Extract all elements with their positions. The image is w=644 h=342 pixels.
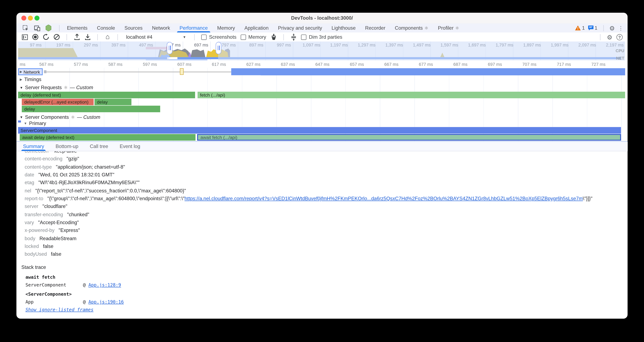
overview-left-handle[interactable] <box>167 42 172 54</box>
details-tab[interactable]: Call tree <box>90 142 108 151</box>
checkbox-box <box>201 34 207 40</box>
inspect-element-icon[interactable] <box>22 25 29 31</box>
panel-settings-gear-icon[interactable]: ⚙ <box>607 34 612 40</box>
memory-checkbox[interactable]: Memory <box>240 34 266 40</box>
devtools-tab[interactable]: Lighthouse⚛ <box>332 24 356 33</box>
devtools-tab[interactable]: Profiler⚛ <box>438 24 459 33</box>
details-tab[interactable]: Event log <box>120 142 140 151</box>
dim-3rd-parties-checkbox[interactable]: Dim 3rd parties <box>301 34 342 40</box>
header-key: locked <box>25 243 39 249</box>
details-tab[interactable]: Bottom-up <box>56 142 78 151</box>
devtools-tab[interactable]: Memory⚛ <box>217 24 235 33</box>
ruler-tick-label: 607 ms <box>177 62 192 67</box>
header-value: "cloudflare" <box>42 204 67 209</box>
header-key: vary <box>25 220 34 225</box>
ruler-tick-label: 587 ms <box>108 62 122 67</box>
network-track[interactable]: ▶ Network <box>16 68 628 76</box>
server-requests-header[interactable]: ▼ Server Requests ⚛ — Custom <box>20 85 93 90</box>
home-icon[interactable]: ⌂ <box>104 34 111 40</box>
overview-right-handle[interactable] <box>216 42 222 54</box>
twisty-open-icon: ▼ <box>20 86 23 89</box>
network-request-bar[interactable] <box>231 68 625 75</box>
devtools-tab[interactable]: Network⚛ <box>152 24 170 33</box>
checkbox-box <box>301 34 306 40</box>
server-request-bar[interactable]: delay <box>94 99 131 105</box>
header-value: "Express" <box>59 227 80 233</box>
ruler-tick-label: 707 ms <box>522 62 536 67</box>
network-track-label[interactable]: ▶ Network <box>18 68 43 75</box>
report-to-url-link[interactable]: https://a.nel.cloudflare.com/report/v4?s… <box>184 196 583 201</box>
save-profile-icon[interactable] <box>84 34 91 40</box>
timeline-overview[interactable]: 97 ms197 ms297 ms397 ms497 ms597 ms697 m… <box>16 42 628 61</box>
help-icon[interactable]: ? <box>616 34 622 40</box>
devtools-tab[interactable]: Application⚛ <box>244 24 268 33</box>
devtools-tab[interactable]: Elements⚛ <box>67 24 88 33</box>
clear-icon[interactable] <box>54 34 60 40</box>
warnings-badge[interactable]: 1 <box>575 25 585 31</box>
twisty-closed-icon: ▶ <box>20 70 22 74</box>
show-ignore-listed-frames-link[interactable]: Show ignore-listed frames <box>26 307 94 312</box>
server-requests-rows: delay (deferred text)fetch (.../api)dela… <box>16 92 628 113</box>
header-row: connection"keep-alive" <box>25 151 78 154</box>
performance-toolbar: ⌂ localhost #4 ▼ Screenshots Memory <box>16 33 628 42</box>
ruler-tick-label: 627 ms <box>246 62 260 67</box>
toggle-sidebar-icon[interactable] <box>22 34 28 40</box>
devtools-tab[interactable]: Privacy and security⚛ <box>278 24 322 33</box>
server-component-bar[interactable]: ServerComponent <box>18 127 621 134</box>
header-row: bodyReadableStream <box>25 235 76 241</box>
issues-badge[interactable]: 1 <box>588 25 598 31</box>
target-select[interactable]: localhost #4 ▼ <box>124 34 188 40</box>
divider <box>194 34 195 40</box>
tabbar-right: 1 1 ⚙ ⋮ <box>575 25 628 31</box>
timings-track-label[interactable]: ▶ Timings <box>20 77 41 82</box>
header-row: date"Wed, 01 Oct 2025 18:32:01 GMT" <box>25 172 114 177</box>
header-row: transfer-encoding"chunked" <box>25 212 89 217</box>
ruler-tick-label: 687 ms <box>453 62 468 67</box>
devtools-tab[interactable]: Recorder⚛ <box>365 24 386 33</box>
server-request-bar[interactable]: delay <box>22 106 160 112</box>
divider <box>97 34 98 40</box>
collapse-shortcuts-icon[interactable] <box>290 34 297 40</box>
server-request-bar[interactable]: delay (deferred text) <box>18 92 195 98</box>
header-key: etag <box>25 180 34 185</box>
garbage-collect-icon[interactable] <box>270 34 277 40</box>
screenshots-checkbox[interactable]: Screenshots <box>201 34 236 40</box>
header-value: "{\"report_to\":\"cf-nel\",\"success_fra… <box>35 188 186 194</box>
flamechart-tracks[interactable]: ▶ Network ▶ Timings ▼ Server Requests ⚛ … <box>16 68 628 142</box>
device-toolbar-icon[interactable] <box>34 25 40 31</box>
load-profile-icon[interactable] <box>74 34 80 40</box>
server-request-bar[interactable]: delayedError (...ayed exception) <box>22 99 94 105</box>
devtools-window: DevTools - localhost:3000/ Elements⚛ <box>16 13 628 318</box>
devtools-tab[interactable]: Performance⚛ <box>180 24 208 33</box>
server-component-bar[interactable]: await delay (deferred text) <box>20 134 196 141</box>
source-location-link[interactable]: App.js:190:16 <box>88 299 124 305</box>
server-request-bar[interactable]: fetch (.../api) <box>198 92 625 98</box>
selected-network-request[interactable] <box>180 68 184 75</box>
header-key: transfer-encoding <box>25 212 63 217</box>
nodejs-icon[interactable] <box>45 25 52 31</box>
header-row: vary"Accept-Encoding" <box>25 220 79 225</box>
reload-and-record-icon[interactable] <box>43 34 49 40</box>
react-icon: ⚛ <box>455 25 459 31</box>
twisty-closed-icon: ▶ <box>20 78 22 81</box>
devtools-tab[interactable]: Sources⚛ <box>124 24 142 33</box>
server-components-header[interactable]: ▼ Server Components ⚛ — Custom <box>20 114 100 120</box>
network-resize-handle[interactable] <box>44 70 46 73</box>
devtools-tab[interactable]: Console⚛ <box>97 24 115 33</box>
overview-dim-right <box>218 42 625 61</box>
titlebar: DevTools - localhost:3000/ <box>16 13 628 24</box>
devtools-tab[interactable]: Components⚛ <box>395 24 428 33</box>
details-tab[interactable]: Summary <box>23 142 44 151</box>
server-component-bar[interactable]: await fetch (.../api) <box>197 134 621 141</box>
source-location-link[interactable]: App.js:128:9 <box>88 282 121 288</box>
net-lane-label: NET <box>616 56 624 61</box>
ruler-tick-label: 617 ms <box>212 62 226 67</box>
twisty-open-icon: ▼ <box>24 122 27 125</box>
ruler-tick-label: 597 ms <box>143 62 157 67</box>
ruler-tick-label: 647 ms <box>315 62 330 67</box>
overview-dim-left <box>18 42 169 61</box>
record-icon[interactable] <box>32 34 38 40</box>
primary-group-label[interactable]: ▼ Primary <box>24 120 46 126</box>
settings-gear-icon[interactable]: ⚙ <box>609 25 615 31</box>
more-options-icon[interactable]: ⋮ <box>618 25 624 31</box>
